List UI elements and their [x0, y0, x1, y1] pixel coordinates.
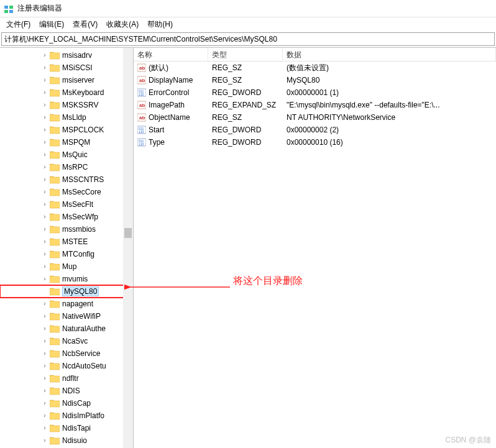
tree-scrollbar[interactable]: [123, 48, 133, 448]
tree-node[interactable]: ›ndfltr: [0, 372, 133, 385]
tree-pane: ›msisadrv›MSiSCSI›msiserver›MsKeyboard›M…: [0, 48, 134, 448]
chevron-right-icon[interactable]: ›: [41, 437, 48, 444]
tree-node[interactable]: ›MSPQM: [0, 136, 133, 149]
tree-node-label: napagent: [62, 299, 93, 308]
chevron-right-icon[interactable]: ›: [41, 325, 48, 332]
scroll-thumb[interactable]: [124, 228, 132, 238]
chevron-right-icon[interactable]: ›: [41, 126, 48, 133]
tree-node[interactable]: ›MSSCNTRS: [0, 173, 133, 186]
col-header-name[interactable]: 名称: [134, 48, 208, 61]
chevron-right-icon[interactable]: ›: [41, 101, 48, 108]
tree-node[interactable]: ›MsRPC: [0, 161, 133, 173]
value-name: Start: [149, 126, 164, 134]
chevron-right-icon[interactable]: ›: [41, 213, 48, 220]
tree-node[interactable]: ›NDIS: [0, 385, 133, 397]
tree-node[interactable]: ›MsQuic: [0, 149, 133, 161]
tree[interactable]: ›msisadrv›MSiSCSI›msiserver›MsKeyboard›M…: [0, 48, 133, 448]
list-body[interactable]: ab(默认)REG_SZ(数值未设置)abDisplayNameREG_SZMy…: [134, 62, 496, 149]
chevron-right-icon[interactable]: ›: [41, 114, 48, 121]
tree-node[interactable]: ›NativeWifiP: [0, 310, 133, 322]
tree-node-label: NcdAutoSetu: [62, 362, 106, 370]
chevron-right-icon[interactable]: ›: [41, 424, 48, 431]
chevron-right-icon[interactable]: ›: [41, 76, 48, 83]
chevron-right-icon[interactable]: ›: [41, 337, 48, 344]
chevron-right-icon[interactable]: ›: [41, 163, 48, 170]
value-row[interactable]: 011110TypeREG_DWORD0x00000010 (16): [134, 136, 496, 149]
menu-favorites[interactable]: 收藏夹(A): [103, 18, 142, 31]
tree-node[interactable]: ›mssmbios: [0, 223, 133, 235]
tree-node[interactable]: ›NdisCap: [0, 397, 133, 409]
chevron-right-icon[interactable]: ›: [41, 89, 48, 96]
tree-node[interactable]: ›msisadrv: [0, 49, 133, 62]
address-bar[interactable]: 计算机\HKEY_LOCAL_MACHINE\SYSTEM\CurrentCon…: [1, 32, 495, 46]
value-row[interactable]: 011110ErrorControlREG_DWORD0x00000001 (1…: [134, 86, 496, 99]
tree-node[interactable]: ›napagent: [0, 298, 133, 310]
tree-node[interactable]: ›NcbService: [0, 347, 133, 360]
tree-node[interactable]: ›NcaSvc: [0, 335, 133, 347]
binary-value-icon: 011110: [137, 88, 146, 97]
tree-node-label: MSiSCSI: [62, 63, 93, 72]
chevron-right-icon[interactable]: ›: [41, 201, 48, 208]
tree-node[interactable]: ›MTConfig: [0, 248, 133, 260]
tree-node[interactable]: ›MSPCLOCK: [0, 124, 133, 136]
tree-node-label: MTConfig: [62, 250, 94, 258]
folder-icon: [50, 262, 60, 271]
tree-node[interactable]: ›MsSecFlt: [0, 198, 133, 211]
folder-icon: [50, 411, 60, 420]
tree-node-label: MySQL80: [62, 286, 99, 296]
chevron-right-icon[interactable]: ›: [41, 139, 48, 145]
folder-icon: [50, 374, 60, 383]
tree-node[interactable]: ›MsLldp: [0, 111, 133, 124]
chevron-right-icon[interactable]: ›: [41, 238, 48, 245]
folder-icon: [50, 51, 60, 60]
menu-view[interactable]: 查看(V): [69, 18, 101, 31]
tree-node[interactable]: ›MSTEE: [0, 235, 133, 248]
tree-node[interactable]: MySQL80: [0, 285, 133, 298]
chevron-right-icon[interactable]: ›: [41, 412, 48, 419]
value-type: REG_SZ: [208, 76, 283, 85]
chevron-right-icon[interactable]: ›: [41, 313, 48, 319]
tree-node[interactable]: ›NdisImPlatfo: [0, 409, 133, 422]
chevron-right-icon[interactable]: ›: [41, 400, 48, 406]
chevron-right-icon[interactable]: ›: [41, 52, 48, 58]
svg-rect-3: [9, 10, 13, 13]
chevron-right-icon[interactable]: ›: [41, 250, 48, 257]
value-row[interactable]: ab(默认)REG_SZ(数值未设置): [134, 62, 496, 74]
chevron-right-icon[interactable]: ›: [41, 362, 48, 369]
col-header-data[interactable]: 数据: [283, 48, 496, 61]
tree-node[interactable]: ›NaturalAuthe: [0, 322, 133, 335]
value-row[interactable]: abImagePathREG_EXPAND_SZ"E:\mysql\bin\my…: [134, 99, 496, 111]
chevron-right-icon[interactable]: ›: [41, 226, 48, 232]
string-value-icon: ab: [137, 76, 146, 85]
tree-node[interactable]: ›MSiSCSI: [0, 62, 133, 74]
menu-file[interactable]: 文件(F): [2, 18, 34, 31]
value-row[interactable]: abObjectNameREG_SZNT AUTHORITY\NetworkSe…: [134, 111, 496, 124]
tree-node[interactable]: ›NdisTapi: [0, 422, 133, 434]
chevron-right-icon[interactable]: ›: [41, 151, 48, 158]
chevron-right-icon[interactable]: ›: [41, 350, 48, 357]
tree-node[interactable]: ›MsSecWfp: [0, 211, 133, 223]
tree-node[interactable]: ›Ndisuio: [0, 434, 133, 447]
folder-icon: [50, 163, 60, 171]
menu-help[interactable]: 帮助(H): [144, 18, 177, 31]
chevron-right-icon[interactable]: ›: [41, 300, 48, 307]
menu-edit[interactable]: 编辑(E): [35, 18, 68, 31]
col-header-type[interactable]: 类型: [208, 48, 283, 61]
chevron-right-icon[interactable]: ›: [41, 375, 48, 382]
chevron-right-icon[interactable]: ›: [41, 275, 48, 282]
tree-node[interactable]: ›NcdAutoSetu: [0, 360, 133, 372]
chevron-right-icon[interactable]: ›: [41, 188, 48, 195]
value-row[interactable]: 011110StartREG_DWORD0x00000002 (2): [134, 124, 496, 136]
chevron-right-icon[interactable]: ›: [41, 387, 48, 394]
chevron-right-icon[interactable]: ›: [41, 176, 48, 183]
tree-node[interactable]: ›MSKSSRV: [0, 99, 133, 111]
tree-node[interactable]: ›Mup: [0, 260, 133, 273]
tree-node[interactable]: ›msiserver: [0, 74, 133, 86]
chevron-right-icon[interactable]: ›: [41, 263, 48, 270]
tree-node[interactable]: ›MsSecCore: [0, 186, 133, 198]
value-row[interactable]: abDisplayNameREG_SZMySQL80: [134, 74, 496, 86]
tree-node-label: msisadrv: [62, 51, 92, 60]
tree-node[interactable]: ›mvumis: [0, 273, 133, 285]
chevron-right-icon[interactable]: ›: [41, 64, 48, 71]
tree-node[interactable]: ›MsKeyboard: [0, 86, 133, 99]
